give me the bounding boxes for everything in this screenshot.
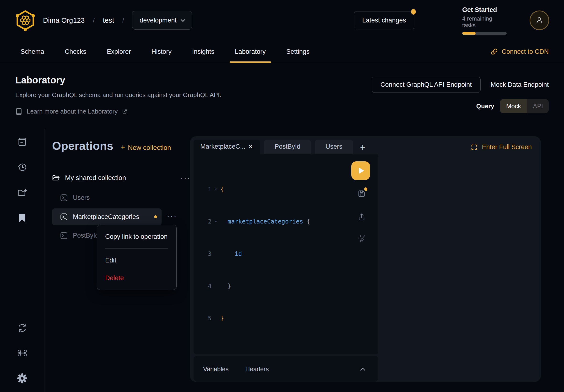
new-tab-button[interactable]: + [360,143,365,152]
unsaved-changes-dot [154,215,157,218]
toggle-option-mock[interactable]: Mock [500,99,527,113]
operation-context-menu: Copy link to operation Edit Delete [97,225,177,290]
enter-fullscreen-button[interactable]: Enter Full Screen [471,143,532,151]
breadcrumb-separator: / [122,17,124,24]
share-upload-icon [358,213,366,221]
tab-settings[interactable]: Settings [281,41,315,63]
variables-tab[interactable]: Variables [203,365,228,373]
open-folder-icon [52,174,60,182]
learn-more-link[interactable]: Learn more about the Laboratory [15,108,127,115]
external-link-icon [122,109,127,114]
line-number: 5 [193,313,211,324]
enter-fullscreen-label: Enter Full Screen [482,143,532,151]
run-query-button[interactable] [351,161,370,180]
mock-api-toggle[interactable]: Mock API [500,99,549,113]
line-number: 2 [193,216,211,227]
history-icon[interactable] [17,162,28,173]
new-collection-folder-icon[interactable] [17,188,27,198]
endpoint-actions: Connect GraphQL API Endpoint Mock Data E… [371,77,549,93]
menu-item-edit[interactable]: Edit [105,252,168,269]
breadcrumb-org[interactable]: Dima Org123 [43,16,85,24]
operations-header: Operations + New collection [52,139,191,153]
get-started-widget[interactable]: Get Started 4 remaining tasks [462,6,507,35]
laboratory-workbench-panel: MarketplaceC... ✕ PostById Users + Enter… [190,136,541,382]
variant-dropdown-label: development [139,17,177,24]
tab-history[interactable]: History [146,41,177,63]
person-icon [535,15,544,25]
tab-schema[interactable]: Schema [15,41,49,63]
settings-gear-icon[interactable] [17,373,28,384]
tab-checks[interactable]: Checks [59,41,92,63]
editor-tab-postbyid[interactable]: PostById [264,140,311,154]
graphos-logo-icon[interactable] [15,9,36,31]
operations-book-icon[interactable] [17,137,27,147]
fold-caret-icon[interactable]: ▾ [211,184,220,195]
code-token: id [220,248,242,259]
line-number: 1 [193,184,211,195]
broom-sparkle-icon [357,233,367,244]
code-token: { [220,184,224,195]
editor-tabs: MarketplaceC... ✕ PostById Users + [193,140,365,154]
save-operation-button[interactable] [358,190,366,198]
tab-laboratory[interactable]: Laboratory [230,41,271,63]
code-line: 3 id [193,248,378,259]
operation-name: MarketplaceCategories [73,213,139,221]
share-operation-button[interactable] [358,213,366,221]
tab-insights[interactable]: Insights [187,41,220,63]
query-editor[interactable]: 1 ▾ { 2 ▾ marketplaceCategories { 3 id 4… [193,154,378,354]
header-right: Latest changes Get Started 4 remaining t… [354,6,549,35]
code-token: } [220,313,224,324]
fold-spacer [211,248,220,259]
latest-changes-button[interactable]: Latest changes [354,11,414,29]
connect-to-cdn-label: Connect to CDN [502,48,549,56]
operation-icon [60,232,68,239]
code-token: } [220,281,231,291]
connect-to-cdn-link[interactable]: Connect to CDN [491,41,549,63]
operation-marketplace-wrap: MarketplaceCategories ··· [52,206,191,225]
get-started-title: Get Started [462,6,507,14]
menu-item-delete[interactable]: Delete [105,269,168,287]
book-icon [15,108,22,115]
operation-name: Users [73,194,90,201]
fold-spacer [211,281,220,291]
play-icon [357,167,365,175]
code-line: 1 ▾ { [193,184,378,195]
toggle-option-api[interactable]: API [527,99,549,113]
plus-icon: + [121,143,125,152]
new-collection-button[interactable]: + New collection [121,143,171,152]
close-icon[interactable]: ✕ [248,143,253,151]
variant-dropdown[interactable]: development [132,11,192,30]
chevron-down-icon [181,17,185,22]
tab-explorer[interactable]: Explorer [102,41,136,63]
line-number: 4 [193,281,211,291]
editor-tab-marketplacecategories[interactable]: MarketplaceC... ✕ [193,140,260,154]
rail-top-icons [0,137,44,223]
link-icon [491,48,498,55]
rail-bottom-icons [0,323,44,384]
operation-icon [60,194,68,201]
saved-bookmark-icon[interactable] [18,213,27,223]
editor-tab-users[interactable]: Users [315,140,353,154]
operation-item-marketplacecategories[interactable]: MarketplaceCategories [52,209,162,225]
code-area[interactable]: 1 ▾ { 2 ▾ marketplaceCategories { 3 id 4… [193,162,378,345]
headers-tab[interactable]: Headers [245,365,269,373]
connect-graphql-endpoint-button[interactable]: Connect GraphQL API Endpoint [371,77,481,93]
collection-row[interactable]: My shared collection ··· [52,173,191,183]
mock-data-endpoint-button[interactable]: Mock Data Endpoint [491,81,549,88]
menu-item-copy-link[interactable]: Copy link to operation [105,225,168,249]
operations-title: Operations [52,139,113,153]
operation-item-users[interactable]: Users [52,189,162,206]
breadcrumb-project[interactable]: test [103,16,114,24]
prettify-button[interactable] [357,233,367,244]
code-token: marketplaceCategories [220,216,303,227]
shortcuts-command-icon[interactable] [17,348,28,358]
code-line: 2 ▾ marketplaceCategories { [193,216,378,227]
user-avatar[interactable] [530,11,549,30]
fold-caret-icon[interactable]: ▾ [211,216,220,227]
sync-icon[interactable] [17,323,28,333]
fold-spacer [211,313,220,324]
code-line: 5 } [193,313,378,324]
line-number: 3 [193,248,211,259]
collapse-chevron-icon[interactable] [360,367,365,372]
primary-nav: Schema Checks Explorer History Insights … [0,41,564,63]
